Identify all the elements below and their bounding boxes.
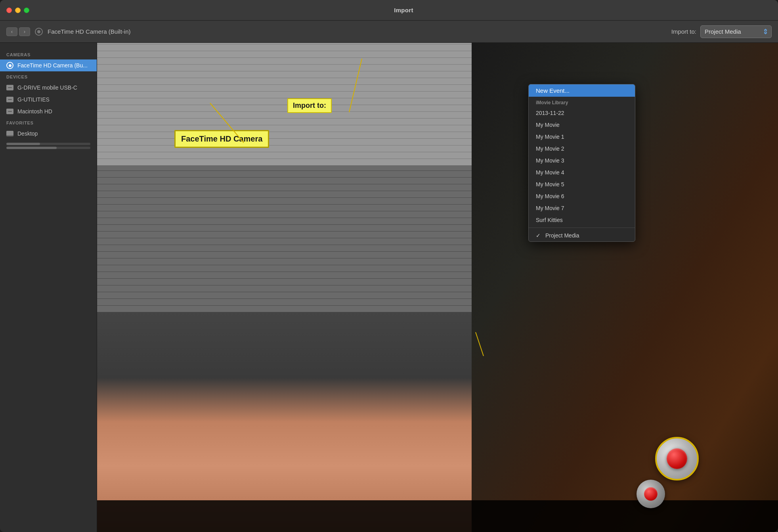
dropdown-item-2013[interactable]: 2013-11-22 — [529, 107, 635, 119]
import-to-dropdown[interactable]: Project Media — [700, 25, 772, 38]
titlebar: Import — [0, 0, 778, 21]
sidebar-item-macintosh-hd[interactable]: Macintosh HD — [0, 105, 97, 117]
dropdown-item-my-movie-6[interactable]: My Movie 6 — [529, 190, 635, 202]
dropdown-item-my-movie[interactable]: My Movie — [529, 119, 635, 131]
dropdown-item-my-movie-5[interactable]: My Movie 5 — [529, 178, 635, 190]
back-button[interactable]: ‹ — [6, 27, 17, 36]
dropdown-separator — [529, 228, 635, 228]
forward-button[interactable]: › — [19, 27, 30, 36]
progress-bars — [0, 140, 97, 152]
import-to-dropdown-menu: New Event... iMovie Library 2013-11-22 M… — [528, 84, 635, 242]
window-title: Import — [36, 7, 772, 13]
camera-icon — [6, 62, 13, 69]
dropdown-item-2013-label: 2013-11-22 — [536, 110, 564, 116]
sidebar-item-g-utilities[interactable]: G-UTILITIES — [0, 94, 97, 105]
dropdown-item-my-movie-2-label: My Movie 2 — [536, 145, 564, 152]
dropdown-item-my-movie-4-label: My Movie 4 — [536, 169, 564, 176]
progress-bar-track-2 — [6, 147, 90, 149]
drive-icon-3 — [6, 109, 13, 114]
dropdown-item-surf-kitties[interactable]: Surf Kitties — [529, 214, 635, 226]
dropdown-item-project-media-label: Project Media — [545, 232, 579, 239]
desktop-icon-shape — [6, 131, 13, 136]
sidebar-item-facetime-label: FaceTime HD Camera (Bu... — [17, 62, 90, 69]
maximize-button[interactable] — [24, 8, 29, 13]
sidebar-item-desktop-label: Desktop — [17, 130, 90, 137]
dropdown-item-my-movie-7-label: My Movie 7 — [536, 205, 564, 211]
dropdown-item-new-event[interactable]: New Event... — [529, 84, 635, 97]
forward-icon: › — [24, 29, 25, 34]
back-icon: ‹ — [11, 29, 13, 34]
drive-icon-2 — [6, 97, 13, 102]
desktop-icon — [6, 130, 13, 137]
progress-bar-fill-1 — [6, 143, 40, 145]
dropdown-item-my-movie-3-label: My Movie 3 — [536, 157, 564, 164]
toolbar: ‹ › FaceTime HD Camera (Built-in) Import… — [0, 21, 778, 43]
import-window: Import ‹ › FaceTime HD Camera (Built-in)… — [0, 0, 778, 532]
sidebar-item-facetime[interactable]: FaceTime HD Camera (Bu... — [0, 59, 97, 71]
traffic-lights — [6, 8, 29, 13]
gdrive-mobile-icon — [6, 84, 13, 91]
dropdown-item-my-movie-4[interactable]: My Movie 4 — [529, 166, 635, 178]
camera-circle-icon — [6, 62, 13, 69]
bottom-bar — [97, 500, 778, 532]
record-button-small[interactable] — [637, 480, 665, 508]
favorites-section-label: FAVORITES — [0, 117, 97, 128]
dropdown-item-my-movie-label: My Movie — [536, 122, 560, 128]
pixel-block-mid — [97, 165, 472, 312]
dropdown-item-my-movie-2[interactable]: My Movie 2 — [529, 143, 635, 155]
record-icon-large — [667, 448, 687, 469]
sidebar-item-gdrive-mobile-label: G-DRIVE mobile USB-C — [17, 84, 90, 91]
sidebar-item-g-utilities-label: G-UTILITIES — [17, 96, 90, 103]
camera-label: FaceTime HD Camera (Built-in) — [48, 28, 667, 35]
dropdown-item-my-movie-3[interactable]: My Movie 3 — [529, 155, 635, 166]
record-icon-small — [644, 487, 658, 501]
sidebar-item-gdrive-mobile[interactable]: G-DRIVE mobile USB-C — [0, 82, 97, 94]
nav-buttons: ‹ › — [6, 27, 30, 36]
devices-section-label: DEVICES — [0, 71, 97, 82]
drive-icon — [6, 85, 13, 90]
dropdown-item-my-movie-1-label: My Movie 1 — [536, 134, 564, 140]
import-to-label: Import to: — [671, 28, 696, 35]
macintosh-hd-icon — [6, 108, 13, 115]
dropdown-library-label: iMovie Library — [529, 97, 635, 107]
dropdown-item-project-media[interactable]: Project Media — [529, 230, 635, 241]
pixel-block-bottom — [97, 312, 472, 532]
import-to-section: Import to: Project Media ⇕ — [671, 25, 772, 38]
sidebar: CAMERAS FaceTime HD Camera (Bu... DEVICE… — [0, 43, 97, 532]
record-button-large[interactable] — [655, 437, 699, 480]
progress-bar-fill-2 — [6, 147, 57, 149]
dropdown-item-my-movie-7[interactable]: My Movie 7 — [529, 202, 635, 214]
pixel-block-top — [97, 43, 472, 165]
sidebar-item-macintosh-hd-label: Macintosh HD — [17, 108, 90, 115]
dropdown-item-surf-kitties-label: Surf Kitties — [536, 217, 563, 223]
sidebar-item-desktop[interactable]: Desktop — [0, 128, 97, 140]
progress-bar-track-1 — [6, 143, 90, 145]
g-utilities-icon — [6, 96, 13, 103]
video-preview-area: Import to: FaceTime HD Camera New — [97, 43, 778, 532]
dropdown-item-my-movie-5-label: My Movie 5 — [536, 181, 564, 188]
dropdown-item-my-movie-6-label: My Movie 6 — [536, 193, 564, 199]
new-event-label: New Event... — [536, 87, 570, 94]
minimize-button[interactable] — [15, 8, 21, 13]
camera-preview: Import to: FaceTime HD Camera — [97, 43, 778, 532]
dropdown-item-my-movie-1[interactable]: My Movie 1 — [529, 131, 635, 143]
main-content: CAMERAS FaceTime HD Camera (Bu... DEVICE… — [0, 43, 778, 532]
cameras-section-label: CAMERAS — [0, 49, 97, 59]
close-button[interactable] — [6, 8, 12, 13]
camera-status-indicator — [35, 28, 43, 36]
